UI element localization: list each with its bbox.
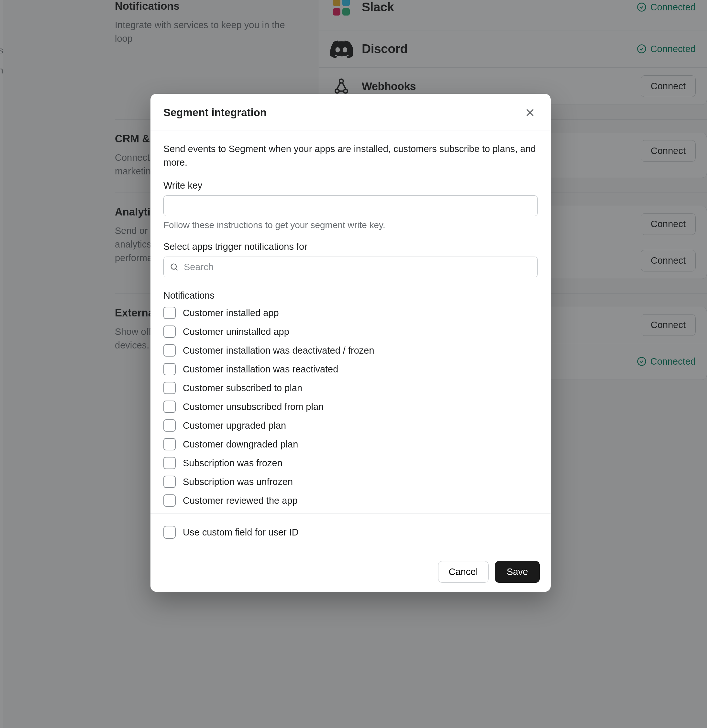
notification-option-label: Customer subscribed to plan [183, 383, 302, 393]
notification-option[interactable]: Customer upgraded plan [163, 419, 538, 432]
notification-option-label: Customer uninstalled app [183, 326, 289, 337]
checkbox[interactable] [163, 457, 176, 469]
cancel-button[interactable]: Cancel [438, 561, 489, 583]
checkbox[interactable] [163, 526, 176, 539]
notification-option[interactable]: Subscription was frozen [163, 457, 538, 469]
custom-field-option[interactable]: Use custom field for user ID [163, 526, 538, 539]
close-icon [524, 107, 536, 118]
divider: Use custom field for user ID [150, 513, 551, 539]
notification-option[interactable]: Customer installation was reactivated [163, 363, 538, 375]
checkbox[interactable] [163, 325, 176, 338]
save-button[interactable]: Save [495, 561, 540, 583]
notification-option[interactable]: Customer unsubscribed from plan [163, 400, 538, 413]
notification-option-label: Customer installation was reactivated [183, 364, 338, 375]
app-search-input[interactable] [184, 257, 532, 277]
checkbox[interactable] [163, 438, 176, 451]
checkbox[interactable] [163, 307, 176, 319]
notification-option-label: Customer installation was deactivated / … [183, 345, 374, 356]
notification-option-label: Customer installed app [183, 308, 279, 318]
modal-title: Segment integration [163, 107, 267, 119]
notification-option-label: Customer downgraded plan [183, 439, 298, 450]
notification-option[interactable]: Customer subscribed to plan [163, 382, 538, 394]
notifications-label: Notifications [163, 290, 538, 301]
modal-footer: Cancel Save [150, 552, 551, 592]
search-icon [169, 262, 179, 272]
notification-option-label: Customer unsubscribed from plan [183, 402, 324, 412]
segment-integration-modal: Segment integration Send events to Segme… [150, 94, 551, 592]
notification-option[interactable]: Subscription was unfrozen [163, 476, 538, 488]
notification-option[interactable]: Customer uninstalled app [163, 325, 538, 338]
app-search-field[interactable] [163, 257, 538, 277]
modal-body: Send events to Segment when your apps ar… [150, 130, 551, 552]
checkbox[interactable] [163, 400, 176, 413]
notification-option[interactable]: Customer reviewed the app [163, 494, 538, 507]
notification-option-label: Subscription was frozen [183, 458, 282, 468]
write-key-label: Write key [163, 180, 538, 191]
checkbox[interactable] [163, 494, 176, 507]
checkbox[interactable] [163, 476, 176, 488]
custom-field-label: Use custom field for user ID [183, 527, 299, 538]
checkbox[interactable] [163, 419, 176, 432]
notification-option-label: Customer reviewed the app [183, 495, 298, 506]
write-key-hint: Follow these instructions to get your se… [163, 220, 538, 230]
notification-option-label: Customer upgraded plan [183, 420, 286, 431]
notification-option[interactable]: Customer installation was deactivated / … [163, 344, 538, 357]
checkbox[interactable] [163, 363, 176, 375]
modal-overlay[interactable]: Segment integration Send events to Segme… [0, 0, 707, 728]
modal-description: Send events to Segment when your apps ar… [163, 142, 538, 169]
notification-option[interactable]: Customer installed app [163, 307, 538, 319]
modal-header: Segment integration [150, 94, 551, 130]
checkbox[interactable] [163, 382, 176, 394]
select-apps-label: Select apps trigger notifications for [163, 241, 538, 252]
notification-option[interactable]: Customer downgraded plan [163, 438, 538, 451]
close-button[interactable] [522, 105, 538, 120]
checkbox[interactable] [163, 344, 176, 357]
svg-point-6 [171, 264, 176, 269]
write-key-input[interactable] [163, 195, 538, 216]
notification-option-label: Subscription was unfrozen [183, 477, 293, 487]
